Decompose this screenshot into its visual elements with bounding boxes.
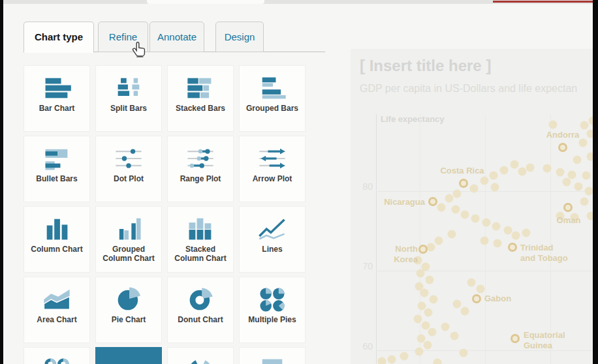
chart-type-label: Donut Chart [168, 315, 233, 324]
grouped-bars-icon [240, 74, 305, 102]
scatter-dot [453, 190, 462, 198]
chart-type-card-election-donut[interactable] [167, 347, 234, 364]
chart-type-card-arrow-plot[interactable]: Arrow Plot [239, 136, 306, 202]
chart-type-label: Bullet Bars [24, 174, 89, 183]
chart-type-label: Stacked Column Chart [168, 245, 233, 263]
point-label: Gabon [484, 294, 511, 304]
scatter-dot [414, 315, 422, 324]
scatter-dot-highlight-gabon [472, 294, 481, 303]
scatter-dot [580, 198, 589, 206]
scatter-dot [526, 164, 535, 172]
scatter-dot [543, 164, 552, 173]
scatter-dot [549, 121, 558, 129]
v-gridline [420, 114, 420, 364]
scatter-dot [430, 296, 438, 304]
tab-chart-type[interactable]: Chart type [24, 22, 94, 53]
screen-edge-left [0, 0, 3, 364]
scatter-dot [511, 160, 519, 169]
chart-type-card-bullet-bars[interactable]: Bullet Bars [24, 136, 90, 202]
stacked-column-chart-icon [168, 215, 233, 243]
hand-cursor-icon [131, 41, 148, 61]
chart-type-card-column-chart[interactable]: Column Chart [24, 206, 90, 273]
scatter-dot [470, 185, 479, 193]
scatter-dot [424, 309, 433, 317]
scatter-dot [448, 230, 456, 239]
scatter-dot-highlight-north-korea [418, 245, 428, 254]
chart-type-card-multiple-donuts[interactable] [24, 347, 90, 364]
scatter-dot-highlight-andorra [558, 143, 567, 152]
point-label: Nicaragua [384, 197, 425, 207]
scatter-dot [482, 219, 491, 227]
red-accent-bar [493, 1, 593, 3]
scatter-dot-highlight-nicaragua [428, 197, 437, 206]
scatter-dot [461, 307, 469, 316]
scatter-dot-highlight-equatorial-guinea [511, 334, 520, 343]
dot-plot-icon [96, 144, 161, 173]
scatter-dot [582, 172, 591, 180]
scatter-dot [450, 332, 459, 341]
scatter-dot [467, 279, 476, 287]
point-label: Andorra [546, 130, 580, 140]
scatter-dot [435, 237, 443, 245]
scatter-dot [428, 328, 437, 337]
scatter-dot [491, 183, 499, 192]
split-bars-icon [96, 74, 161, 102]
chart-type-label: Split Bars [96, 104, 161, 113]
scatter-dot [460, 349, 468, 357]
election-donut-icon [168, 356, 233, 364]
scatter-dot [574, 183, 583, 191]
chart-type-card-range-plot[interactable]: Range Plot [167, 136, 234, 202]
bullet-bars-icon [24, 144, 89, 173]
chart-type-label: Arrow Plot [240, 174, 305, 183]
lines-icon [240, 215, 305, 243]
browser-toolbar-sliver [0, 0, 598, 4]
tab-annotate[interactable]: Annotate [150, 22, 204, 52]
chart-type-card-multiple-pies[interactable]: Multiple Pies [239, 277, 306, 343]
scatter-dot [453, 300, 462, 309]
scatter-dot [579, 139, 588, 147]
chart-type-card-stacked-bars[interactable]: Stacked Bars [167, 65, 234, 132]
multiple-pies-icon [240, 285, 305, 314]
preview-subtitle: GDP per capita in US-Dollars and life ex… [360, 83, 577, 95]
scatter-dot [437, 204, 446, 212]
point-label: Oman [557, 215, 581, 226]
chart-type-card-table[interactable] [239, 347, 306, 364]
screen-edge-right [593, 0, 598, 364]
arrow-plot-icon [240, 144, 305, 173]
scatter-dot [424, 341, 432, 350]
chart-type-card-grouped-column-chart[interactable]: Grouped Column Chart [95, 206, 162, 273]
scatter-dot [490, 172, 498, 180]
chart-type-label: Dot Plot [96, 174, 161, 183]
chart-type-card-area-chart[interactable]: Area Chart [24, 277, 90, 343]
chart-type-label: Pie Chart [96, 315, 161, 324]
chart-type-card-grouped-bars[interactable]: Grouped Bars [239, 65, 306, 132]
chart-type-card-dot-plot[interactable]: Dot Plot [95, 136, 162, 202]
point-label: Trinidadand Tobago [520, 243, 568, 264]
table-icon [240, 356, 305, 364]
point-label: Costa Rica [440, 166, 484, 176]
tab-design[interactable]: Design [215, 22, 264, 52]
chart-type-card-bar-chart[interactable]: Bar Chart [24, 65, 90, 132]
stacked-bars-icon [168, 74, 233, 102]
chart-type-card-stacked-column-chart[interactable]: Stacked Column Chart [167, 206, 234, 273]
chart-type-card-scatter-plot[interactable] [95, 347, 162, 364]
range-plot-icon [168, 144, 233, 173]
scatter-plot-icon [96, 356, 161, 364]
preview-title: [ Insert title here ] [360, 57, 491, 75]
chart-type-card-donut-chart[interactable]: Donut Chart [167, 277, 234, 343]
grouped-column-chart-icon [96, 215, 161, 243]
scatter-dot [587, 153, 593, 161]
scatter-dot-highlight-costa-rica [459, 179, 468, 188]
chart-type-card-lines[interactable]: Lines [239, 206, 306, 273]
scatter-dot [573, 156, 582, 164]
scatter-dot [480, 177, 489, 185]
scatter-dot [388, 356, 396, 364]
donut-chart-icon [168, 285, 233, 314]
scatter-dot-highlight-oman [563, 203, 573, 212]
editor-tabbar: Chart type Refine Annotate Design [24, 22, 325, 52]
chart-type-card-split-bars[interactable]: Split Bars [95, 65, 162, 132]
scatter-dot [587, 212, 593, 220]
bar-chart-icon [24, 74, 89, 102]
y-tick-label: 80 [356, 181, 373, 192]
chart-type-card-pie-chart[interactable]: Pie Chart [95, 277, 162, 343]
